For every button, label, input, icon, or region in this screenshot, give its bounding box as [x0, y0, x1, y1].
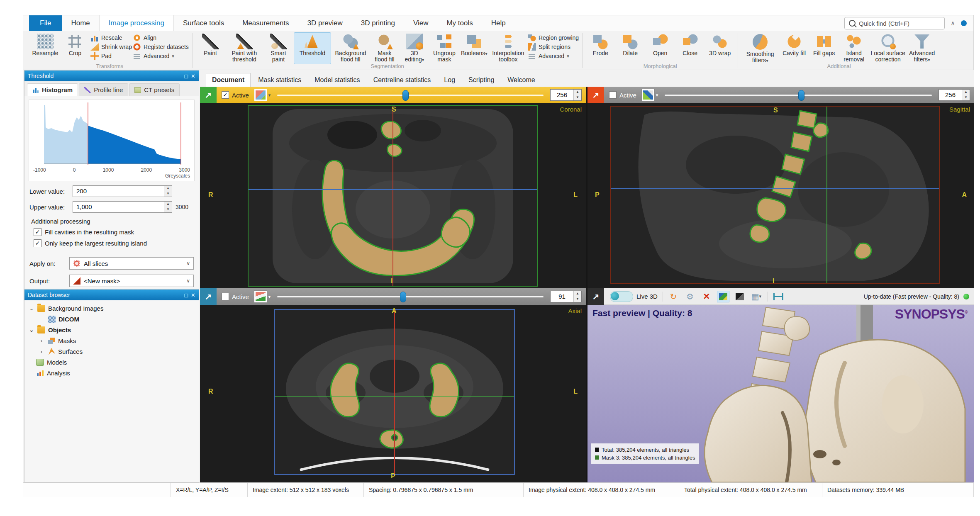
- ribbon-button-dilate[interactable]: Dilate: [616, 32, 645, 63]
- upper-value-input[interactable]: 1,000 ▲▼: [73, 201, 172, 213]
- close-icon[interactable]: ✕: [191, 73, 195, 79]
- coronal-slice-spinner[interactable]: 256▲▼: [550, 89, 582, 101]
- doc-tab-log[interactable]: Log: [438, 73, 461, 87]
- tab-surface-tools[interactable]: Surface tools: [174, 15, 233, 31]
- sagittal-slice-spinner[interactable]: 256▲▼: [939, 89, 970, 101]
- ribbon-button-rescale[interactable]: Rescale: [90, 34, 132, 41]
- axial-canvas[interactable]: Axial: [200, 305, 586, 482]
- coronal-slice-image[interactable]: [249, 106, 537, 286]
- coronal-slice-slider[interactable]: [277, 87, 544, 103]
- ribbon-button-region-growing[interactable]: Region growing: [528, 34, 579, 41]
- expander-closed-icon[interactable]: ›: [39, 348, 44, 355]
- spinner-buttons[interactable]: ▲▼: [164, 202, 172, 212]
- expander-open-icon[interactable]: ⌄: [29, 327, 34, 333]
- ribbon-button-background-flood-fill[interactable]: Background flood fill: [332, 32, 369, 64]
- tree-item-surfaces[interactable]: › Surfaces: [26, 346, 197, 357]
- tab-measurements[interactable]: Measurements: [233, 15, 298, 31]
- doc-tab-scripting[interactable]: Scripting: [463, 73, 500, 87]
- ribbon-button-align[interactable]: Align: [133, 34, 189, 41]
- colour-render-icon[interactable]: [717, 291, 729, 302]
- settings-gear-icon[interactable]: ⚙: [684, 291, 696, 302]
- live-3d-toggle[interactable]: [610, 291, 633, 302]
- 3d-canvas[interactable]: Fast preview | Quality: 8 SYNOPSYS® Tota…: [588, 305, 974, 482]
- sagittal-slice-image[interactable]: [611, 107, 939, 283]
- tab-image-processing[interactable]: Image processing: [99, 15, 174, 32]
- axial-active-checkbox[interactable]: Active: [222, 293, 249, 300]
- spinner-buttons[interactable]: ▲▼: [573, 291, 581, 302]
- 3d-preview-viewport[interactable]: ↗ Live 3D ↻ ⚙ × ▦▾ Up-to-date (Fast prev…: [588, 288, 974, 482]
- doc-tab-model-statistics[interactable]: Model statistics: [309, 73, 366, 87]
- doc-tab-mask-statistics[interactable]: Mask statistics: [252, 73, 307, 87]
- help-icon[interactable]: [961, 20, 967, 26]
- tab-home[interactable]: Home: [62, 15, 99, 31]
- fill-cavities-checkbox-row[interactable]: ✓ Fill cavities in the resulting mask: [34, 228, 194, 236]
- ribbon-button-pad[interactable]: Pad: [90, 52, 132, 60]
- quick-find-input[interactable]: Quick find (Ctrl+F): [844, 17, 945, 29]
- expander-closed-icon[interactable]: ›: [39, 338, 44, 344]
- panel-float-icon[interactable]: ◻: [184, 73, 188, 79]
- tab-help[interactable]: Help: [482, 15, 515, 31]
- slider-thumb[interactable]: [798, 90, 804, 101]
- collapse-ribbon-icon[interactable]: ∧: [951, 19, 955, 27]
- tab-histogram[interactable]: Histogram: [27, 83, 78, 96]
- slider-thumb[interactable]: [400, 292, 406, 302]
- ribbon-button-cavity-fill[interactable]: Cavity fill: [780, 32, 809, 65]
- ribbon-button-paint-with-threshold[interactable]: Paint with threshold: [226, 32, 263, 64]
- doc-tab-document[interactable]: Document: [206, 73, 251, 87]
- largest-island-checkbox-row[interactable]: ✓ Only keep the largest resulting island: [34, 239, 194, 247]
- expand-viewport-icon[interactable]: ↗: [200, 87, 217, 103]
- expand-viewport-icon[interactable]: ↗: [200, 288, 217, 305]
- ribbon-button-erode[interactable]: Erode: [586, 32, 615, 63]
- checkbox-checked-icon[interactable]: ✓: [34, 239, 41, 247]
- lower-value-input[interactable]: 200 ▲▼: [73, 185, 172, 197]
- spinner-buttons[interactable]: ▲▼: [962, 90, 970, 100]
- sagittal-slice-slider[interactable]: [665, 87, 932, 103]
- render-options-icon[interactable]: ▦▾: [750, 291, 763, 302]
- greyscale-render-icon[interactable]: [734, 291, 746, 302]
- ribbon-button-register-datasets[interactable]: Register datasets: [133, 43, 189, 51]
- ribbon-button-advanced-filters[interactable]: Advanced filters▾: [907, 32, 936, 65]
- tab-3d-preview[interactable]: 3D preview: [298, 15, 352, 31]
- ribbon-button-smoothing-filters[interactable]: Smoothing filters▾: [741, 32, 779, 65]
- ribbon-button-booleans[interactable]: Booleans▾: [460, 32, 489, 64]
- ribbon-button-crop[interactable]: Crop: [61, 32, 90, 63]
- slider-thumb[interactable]: [402, 90, 409, 101]
- coronal-active-checkbox[interactable]: ✓Active: [222, 91, 249, 99]
- tab-profile-line[interactable]: Profile line: [79, 83, 128, 96]
- measure-icon[interactable]: [772, 291, 785, 302]
- axial-slice-spinner[interactable]: 91▲▼: [550, 291, 582, 302]
- close-icon[interactable]: ✕: [191, 292, 195, 298]
- coronal-canvas[interactable]: Coronal: [200, 103, 586, 288]
- tab-3d-printing[interactable]: 3D printing: [352, 15, 404, 31]
- panel-float-icon[interactable]: ◻: [184, 292, 188, 298]
- expand-viewport-icon[interactable]: ↗: [588, 87, 604, 103]
- tree-item-background-images[interactable]: ⌄ Background Images: [26, 303, 197, 314]
- ribbon-button-3d-wrap[interactable]: 3D wrap: [705, 32, 734, 63]
- ribbon-button-3d-editing[interactable]: 3D editing▾: [400, 32, 429, 64]
- doc-tab-centreline-statistics[interactable]: Centreline statistics: [368, 73, 437, 87]
- ribbon-button-island-removal[interactable]: Island removal: [839, 32, 868, 65]
- ribbon-button-fill-gaps[interactable]: Fill gaps: [809, 32, 839, 65]
- tab-ct-presets[interactable]: CT presets: [129, 83, 180, 96]
- spinner-buttons[interactable]: ▲▼: [573, 90, 581, 100]
- checkbox-checked-icon[interactable]: ✓: [34, 228, 41, 236]
- ribbon-button-smart-paint[interactable]: Smart paint: [264, 32, 293, 64]
- spinner-buttons[interactable]: ▲▼: [164, 186, 172, 197]
- axial-viewport[interactable]: ↗ Active ▾ 91▲▼ Axial: [200, 288, 586, 482]
- ribbon-button-split-regions[interactable]: Split regions: [528, 43, 579, 51]
- mask-preview-icon[interactable]: [254, 89, 267, 101]
- ribbon-button-close[interactable]: Close: [675, 32, 705, 63]
- mask-preview-icon[interactable]: [254, 290, 267, 303]
- tree-item-analysis[interactable]: Analysis: [26, 368, 197, 378]
- refresh-icon[interactable]: ↻: [667, 291, 680, 302]
- ribbon-button-advanced-segmentation[interactable]: Advanced▾: [528, 52, 579, 60]
- tree-item-models[interactable]: Models: [26, 357, 197, 368]
- ribbon-button-shrink-wrap[interactable]: Shrink wrap: [90, 43, 132, 51]
- ribbon-button-local-surface-correction[interactable]: Local surface correction: [869, 32, 907, 65]
- sagittal-active-checkbox[interactable]: Active: [609, 91, 636, 99]
- output-select[interactable]: <New mask> ∨: [69, 275, 194, 287]
- sagittal-canvas[interactable]: Sagittal: [588, 103, 974, 288]
- ribbon-button-resample[interactable]: Resample: [31, 32, 60, 63]
- axial-slice-image[interactable]: [275, 310, 514, 474]
- tree-item-masks[interactable]: › Masks: [26, 335, 197, 346]
